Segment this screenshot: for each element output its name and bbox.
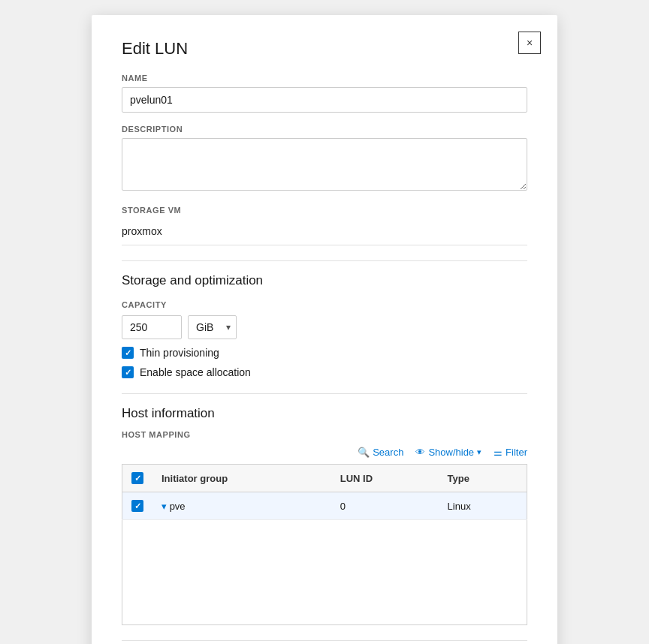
unit-select-wrapper: MiB GiB TiB	[188, 315, 237, 339]
modal-title: Edit LUN	[122, 39, 527, 59]
th-checkbox	[122, 465, 153, 492]
initiator-group-value: pve	[170, 501, 186, 512]
host-mapping-label: HOST MAPPING	[122, 430, 527, 439]
storage-vm-value: proxmox	[122, 219, 527, 245]
show-hide-button[interactable]: 👁 Show/hide ▾	[415, 447, 481, 458]
search-label: Search	[373, 447, 403, 458]
thin-provisioning-row: Thin provisioning	[122, 347, 527, 359]
host-mapping-table: Initiator group LUN ID Type ▾ pve 0 Linu…	[122, 464, 527, 625]
storage-vm-label: STORAGE VM	[122, 206, 527, 215]
show-hide-label: Show/hide	[428, 447, 474, 458]
chevron-down-icon: ▾	[477, 447, 481, 457]
type-value: Linux	[448, 501, 471, 512]
unit-select[interactable]: MiB GiB TiB	[188, 315, 237, 339]
name-input[interactable]	[122, 87, 527, 113]
name-label: NAME	[122, 74, 527, 83]
description-label: DESCRIPTION	[122, 125, 527, 134]
enable-space-allocation-label[interactable]: Enable space allocation	[140, 366, 251, 378]
filter-icon: ⚌	[494, 447, 503, 458]
description-input[interactable]	[122, 138, 527, 191]
initiator-group-cell: ▾ pve	[152, 492, 331, 520]
capacity-row: MiB GiB TiB	[122, 315, 527, 339]
filter-button[interactable]: ⚌ Filter	[494, 447, 527, 458]
capacity-label: CAPACITY	[122, 300, 527, 309]
th-lun-id: LUN ID	[331, 465, 439, 492]
footer-bar: Save Cancel A Save to Ansible playbook	[122, 640, 527, 644]
th-initiator-group: Initiator group	[152, 465, 331, 492]
close-button[interactable]: ×	[518, 32, 541, 54]
section-divider-1	[122, 260, 527, 261]
type-cell: Linux	[439, 492, 527, 520]
search-button[interactable]: 🔍 Search	[358, 447, 403, 458]
row-checkbox[interactable]	[131, 500, 143, 512]
thin-provisioning-checkbox[interactable]	[122, 347, 134, 359]
host-section-title: Host information	[122, 406, 527, 421]
capacity-input[interactable]	[122, 315, 182, 339]
table-toolbar: 🔍 Search 👁 Show/hide ▾ ⚌ Filter	[122, 447, 527, 458]
close-icon: ×	[527, 37, 533, 49]
section-divider-2	[122, 393, 527, 394]
enable-space-allocation-checkbox[interactable]	[122, 366, 134, 378]
storage-section-title: Storage and optimization	[122, 273, 527, 288]
expand-icon[interactable]: ▾	[161, 501, 167, 512]
filter-label: Filter	[506, 447, 527, 458]
table-header-row: Initiator group LUN ID Type	[122, 465, 527, 492]
lun-id-value: 0	[340, 501, 346, 512]
table-row: ▾ pve 0 Linux	[122, 492, 527, 520]
th-type: Type	[439, 465, 527, 492]
thin-provisioning-label[interactable]: Thin provisioning	[140, 347, 219, 359]
row-checkbox-cell	[122, 492, 153, 520]
select-all-checkbox[interactable]	[131, 472, 143, 484]
eye-icon: 👁	[415, 447, 425, 458]
edit-lun-modal: Edit LUN × NAME DESCRIPTION STORAGE VM p…	[92, 15, 557, 644]
table-empty-row	[122, 520, 527, 625]
search-icon: 🔍	[358, 447, 370, 458]
lun-id-cell: 0	[331, 492, 439, 520]
enable-space-allocation-row: Enable space allocation	[122, 366, 527, 378]
